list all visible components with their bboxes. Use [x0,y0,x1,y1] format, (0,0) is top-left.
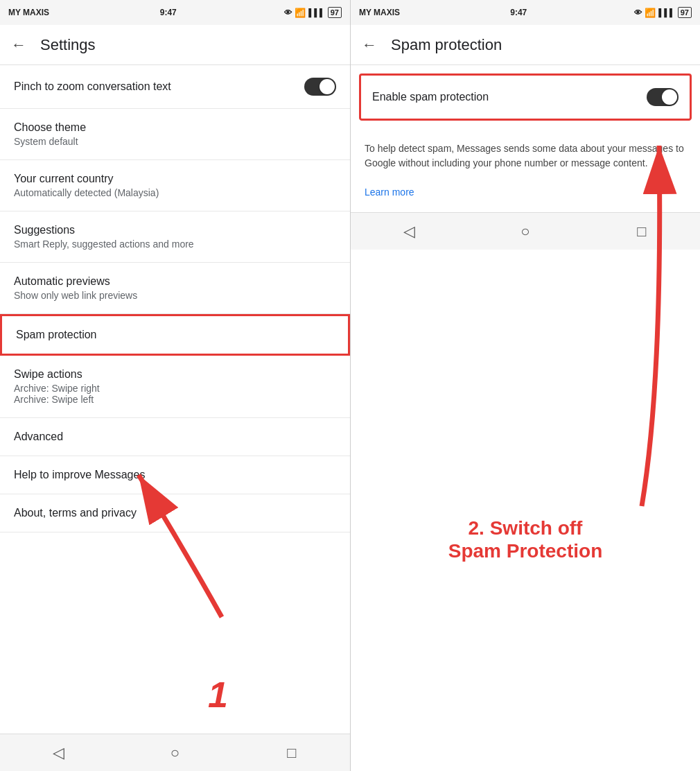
settings-item-about[interactable]: About, terms and privacy [0,494,350,532]
instruction-line1: 2. Switch off [408,517,643,540]
right-page-title: Spam protection [391,36,502,54]
left-carrier-time: MY MAXIS [8,8,49,17]
settings-item-country[interactable]: Your current country Automatically detec… [0,160,350,211]
pinch-zoom-title: Pinch to zoom conversation text [14,80,171,93]
right-status-icons: 👁 📶 ▌▌▌ 97 [634,7,692,18]
left-status-icons: 👁 📶 ▌▌▌ 97 [284,7,342,18]
right-nav-bar: ◁ ○ □ [351,212,700,250]
enable-spam-row[interactable]: Enable spam protection [361,76,690,119]
settings-item-help[interactable]: Help to improve Messages [0,456,350,494]
settings-item-suggestions[interactable]: Suggestions Smart Reply, suggested actio… [0,211,350,263]
spam-protection-title: Spam protection [16,329,334,341]
nav-home-right[interactable]: ○ [511,218,539,245]
enable-spam-label: Enable spam protection [372,91,489,103]
left-settings-list: Pinch to zoom conversation text Choose t… [0,65,350,734]
swipe-title: Swipe actions [14,368,336,381]
battery-icon: 97 [328,7,342,18]
nav-home-left[interactable]: ○ [161,739,189,767]
right-app-bar: ← Spam protection [351,25,700,65]
left-status-bar: MY MAXIS 9:47 👁 📶 ▌▌▌ 97 [0,0,350,25]
swipe-subtitle: Archive: Swipe right Archive: Swipe left [14,383,336,405]
instruction-line2: Spam Protection [408,539,643,563]
settings-item-pinch-zoom[interactable]: Pinch to zoom conversation text [0,65,350,109]
theme-subtitle: System default [14,136,336,147]
nav-back-left[interactable]: ◁ [44,739,72,767]
pinch-zoom-toggle[interactable] [304,78,336,96]
left-page-title: Settings [40,36,96,54]
theme-title: Choose theme [14,121,336,134]
left-time: 9:47 [160,8,177,17]
suggestions-title: Suggestions [14,224,336,236]
left-nav-bar: ◁ ○ □ [0,734,350,771]
nav-recent-left[interactable]: □ [278,739,306,767]
right-battery-icon: 97 [678,7,692,18]
previews-subtitle: Show only web link previews [14,290,336,301]
enable-spam-box: Enable spam protection [359,73,692,121]
right-wifi-icon: 📶 [645,8,656,18]
spam-description-text: To help detect spam, Messages sends some… [365,143,684,168]
country-subtitle: Automatically detected (Malaysia) [14,187,336,198]
settings-item-advanced[interactable]: Advanced [0,418,350,456]
nav-back-right[interactable]: ◁ [395,218,423,245]
right-status-bar: MY MAXIS 9:47 👁 📶 ▌▌▌ 97 [351,0,700,25]
spam-description: To help detect spam, Messages sends some… [351,129,700,212]
right-back-button[interactable]: ← [362,36,377,54]
instruction-annotation: 2. Switch off Spam Protection [408,517,643,563]
settings-item-spam-protection[interactable]: Spam protection [0,314,350,356]
left-back-button[interactable]: ← [11,36,26,54]
spam-toggle[interactable] [647,88,679,106]
country-title: Your current country [14,173,336,185]
right-eye-icon: 👁 [634,8,642,17]
nav-recent-right[interactable]: □ [628,218,656,245]
eye-icon: 👁 [284,8,292,17]
spam-toggle-knob [662,89,677,105]
right-time: 9:47 [510,8,527,17]
right-signal-icon: ▌▌▌ [658,8,674,17]
right-phone-panel: MY MAXIS 9:47 👁 📶 ▌▌▌ 97 ← Spam protecti… [350,0,700,771]
signal-icon: ▌▌▌ [308,8,324,17]
suggestions-subtitle: Smart Reply, suggested actions and more [14,239,336,250]
wifi-icon: 📶 [295,8,306,18]
advanced-title: Advanced [14,431,336,443]
toggle-knob [320,79,335,94]
left-phone-panel: MY MAXIS 9:47 👁 📶 ▌▌▌ 97 ← Settings Pinc… [0,0,350,771]
settings-item-swipe[interactable]: Swipe actions Archive: Swipe right Archi… [0,356,350,418]
help-title: Help to improve Messages [14,469,336,481]
right-carrier: MY MAXIS [359,8,400,17]
settings-item-previews[interactable]: Automatic previews Show only web link pr… [0,263,350,314]
left-app-bar: ← Settings [0,25,350,65]
previews-title: Automatic previews [14,275,336,288]
learn-more-link[interactable]: Learn more [365,187,414,198]
about-title: About, terms and privacy [14,507,336,519]
settings-item-theme[interactable]: Choose theme System default [0,109,350,160]
